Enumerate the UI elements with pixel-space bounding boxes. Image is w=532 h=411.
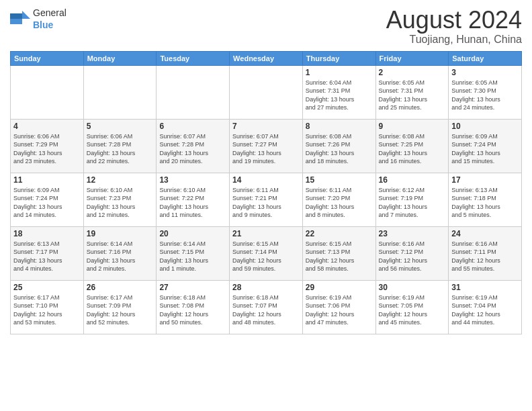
calendar-cell: 9Sunrise: 6:08 AM Sunset: 7:25 PM Daylig…	[375, 119, 449, 173]
day-header-sunday: Sunday	[11, 51, 84, 65]
header: General Blue August 2024 Tuojiang, Hunan…	[10, 7, 522, 46]
day-number: 11	[13, 175, 81, 185]
calendar-cell: 21Sunrise: 6:15 AM Sunset: 7:14 PM Dayli…	[230, 226, 303, 280]
day-number: 22	[306, 229, 373, 238]
calendar-cell: 22Sunrise: 6:15 AM Sunset: 7:13 PM Dayli…	[302, 226, 375, 280]
calendar-cell: 25Sunrise: 6:17 AM Sunset: 7:10 PM Dayli…	[11, 280, 84, 334]
logo-text-general: General	[33, 7, 66, 18]
day-info: Sunrise: 6:11 AM Sunset: 7:21 PM Dayligh…	[232, 186, 300, 220]
header-row: SundayMondayTuesdayWednesdayThursdayFrid…	[11, 51, 522, 65]
calendar-header: SundayMondayTuesdayWednesdayThursdayFrid…	[11, 51, 522, 65]
calendar-cell: 30Sunrise: 6:19 AM Sunset: 7:05 PM Dayli…	[375, 280, 449, 334]
calendar-cell: 26Sunrise: 6:17 AM Sunset: 7:09 PM Dayli…	[83, 280, 157, 334]
calendar-cell: 5Sunrise: 6:06 AM Sunset: 7:28 PM Daylig…	[83, 119, 157, 173]
day-number: 8	[306, 122, 373, 131]
day-header-wednesday: Wednesday	[230, 51, 303, 65]
calendar-cell: 6Sunrise: 6:07 AM Sunset: 7:28 PM Daylig…	[157, 119, 230, 173]
day-info: Sunrise: 6:13 AM Sunset: 7:18 PM Dayligh…	[451, 186, 519, 220]
calendar-cell: 23Sunrise: 6:16 AM Sunset: 7:12 PM Dayli…	[375, 226, 449, 280]
day-number: 28	[232, 283, 300, 292]
day-info: Sunrise: 6:08 AM Sunset: 7:26 PM Dayligh…	[306, 132, 373, 166]
day-info: Sunrise: 6:18 AM Sunset: 7:07 PM Dayligh…	[232, 293, 300, 327]
page: General Blue August 2024 Tuojiang, Hunan…	[0, 0, 532, 411]
calendar-cell: 15Sunrise: 6:11 AM Sunset: 7:20 PM Dayli…	[302, 173, 375, 226]
day-info: Sunrise: 6:06 AM Sunset: 7:28 PM Dayligh…	[87, 132, 154, 166]
calendar-cell: 31Sunrise: 6:19 AM Sunset: 7:04 PM Dayli…	[449, 280, 522, 334]
calendar-cell: 7Sunrise: 6:07 AM Sunset: 7:27 PM Daylig…	[230, 119, 303, 173]
calendar-cell	[157, 65, 230, 119]
calendar-cell: 3Sunrise: 6:05 AM Sunset: 7:30 PM Daylig…	[449, 65, 522, 119]
day-info: Sunrise: 6:19 AM Sunset: 7:04 PM Dayligh…	[451, 293, 519, 327]
day-number: 17	[451, 175, 519, 185]
day-number: 12	[87, 175, 154, 185]
day-info: Sunrise: 6:18 AM Sunset: 7:08 PM Dayligh…	[159, 293, 226, 327]
day-info: Sunrise: 6:05 AM Sunset: 7:31 PM Dayligh…	[379, 79, 446, 112]
day-number: 7	[232, 122, 300, 131]
calendar-cell: 28Sunrise: 6:18 AM Sunset: 7:07 PM Dayli…	[230, 280, 303, 334]
logo-text-blue: Blue	[33, 19, 53, 30]
day-number: 18	[13, 229, 81, 238]
day-number: 23	[379, 229, 446, 238]
calendar-cell: 19Sunrise: 6:14 AM Sunset: 7:16 PM Dayli…	[83, 226, 157, 280]
day-info: Sunrise: 6:10 AM Sunset: 7:23 PM Dayligh…	[87, 186, 154, 220]
day-info: Sunrise: 6:12 AM Sunset: 7:19 PM Dayligh…	[379, 186, 446, 220]
logo-icon	[10, 11, 30, 27]
day-header-thursday: Thursday	[302, 51, 375, 65]
day-info: Sunrise: 6:19 AM Sunset: 7:06 PM Dayligh…	[306, 293, 373, 327]
day-number: 6	[159, 122, 226, 131]
calendar-cell: 10Sunrise: 6:09 AM Sunset: 7:24 PM Dayli…	[449, 119, 522, 173]
day-header-saturday: Saturday	[449, 51, 522, 65]
calendar-cell: 20Sunrise: 6:14 AM Sunset: 7:15 PM Dayli…	[157, 226, 230, 280]
day-number: 1	[306, 68, 373, 77]
day-info: Sunrise: 6:06 AM Sunset: 7:29 PM Dayligh…	[13, 132, 81, 166]
week-row: 25Sunrise: 6:17 AM Sunset: 7:10 PM Dayli…	[11, 280, 522, 334]
calendar-cell: 27Sunrise: 6:18 AM Sunset: 7:08 PM Dayli…	[157, 280, 230, 334]
day-number: 4	[13, 122, 81, 131]
calendar-cell: 14Sunrise: 6:11 AM Sunset: 7:21 PM Dayli…	[230, 173, 303, 226]
day-info: Sunrise: 6:15 AM Sunset: 7:14 PM Dayligh…	[232, 240, 300, 273]
calendar-cell	[83, 65, 157, 119]
subtitle: Tuojiang, Hunan, China	[386, 34, 522, 46]
day-number: 13	[159, 175, 226, 185]
day-info: Sunrise: 6:11 AM Sunset: 7:20 PM Dayligh…	[306, 186, 373, 220]
calendar-cell	[230, 65, 303, 119]
day-number: 15	[306, 175, 373, 185]
day-info: Sunrise: 6:14 AM Sunset: 7:15 PM Dayligh…	[159, 240, 226, 273]
calendar-cell: 4Sunrise: 6:06 AM Sunset: 7:29 PM Daylig…	[11, 119, 84, 173]
day-info: Sunrise: 6:14 AM Sunset: 7:16 PM Dayligh…	[87, 240, 154, 273]
calendar-cell: 1Sunrise: 6:04 AM Sunset: 7:31 PM Daylig…	[302, 65, 375, 119]
day-info: Sunrise: 6:10 AM Sunset: 7:22 PM Dayligh…	[159, 186, 226, 220]
week-row: 4Sunrise: 6:06 AM Sunset: 7:29 PM Daylig…	[11, 119, 522, 173]
day-info: Sunrise: 6:04 AM Sunset: 7:31 PM Dayligh…	[306, 79, 373, 112]
svg-rect-2	[10, 13, 22, 19]
svg-marker-1	[22, 11, 30, 19]
day-info: Sunrise: 6:17 AM Sunset: 7:10 PM Dayligh…	[13, 293, 81, 327]
day-info: Sunrise: 6:09 AM Sunset: 7:24 PM Dayligh…	[13, 186, 81, 220]
day-number: 26	[87, 283, 154, 292]
calendar-body: 1Sunrise: 6:04 AM Sunset: 7:31 PM Daylig…	[11, 65, 522, 334]
calendar-cell	[11, 65, 84, 119]
day-number: 30	[379, 283, 446, 292]
calendar: SundayMondayTuesdayWednesdayThursdayFrid…	[10, 51, 522, 334]
day-info: Sunrise: 6:09 AM Sunset: 7:24 PM Dayligh…	[451, 132, 519, 166]
day-info: Sunrise: 6:16 AM Sunset: 7:11 PM Dayligh…	[451, 240, 519, 273]
day-number: 24	[451, 229, 519, 238]
calendar-cell: 11Sunrise: 6:09 AM Sunset: 7:24 PM Dayli…	[11, 173, 84, 226]
calendar-cell: 18Sunrise: 6:13 AM Sunset: 7:17 PM Dayli…	[11, 226, 84, 280]
day-info: Sunrise: 6:15 AM Sunset: 7:13 PM Dayligh…	[306, 240, 373, 273]
calendar-cell: 8Sunrise: 6:08 AM Sunset: 7:26 PM Daylig…	[302, 119, 375, 173]
calendar-cell: 16Sunrise: 6:12 AM Sunset: 7:19 PM Dayli…	[375, 173, 449, 226]
logo: General Blue	[10, 7, 66, 31]
day-number: 5	[87, 122, 154, 131]
calendar-cell: 12Sunrise: 6:10 AM Sunset: 7:23 PM Dayli…	[83, 173, 157, 226]
day-info: Sunrise: 6:19 AM Sunset: 7:05 PM Dayligh…	[379, 293, 446, 327]
day-number: 19	[87, 229, 154, 238]
main-title: August 2024	[386, 7, 522, 34]
day-info: Sunrise: 6:05 AM Sunset: 7:30 PM Dayligh…	[451, 79, 519, 112]
day-number: 20	[159, 229, 226, 238]
day-info: Sunrise: 6:08 AM Sunset: 7:25 PM Dayligh…	[379, 132, 446, 166]
day-number: 25	[13, 283, 81, 292]
day-number: 14	[232, 175, 300, 185]
calendar-cell: 13Sunrise: 6:10 AM Sunset: 7:22 PM Dayli…	[157, 173, 230, 226]
calendar-cell: 17Sunrise: 6:13 AM Sunset: 7:18 PM Dayli…	[449, 173, 522, 226]
